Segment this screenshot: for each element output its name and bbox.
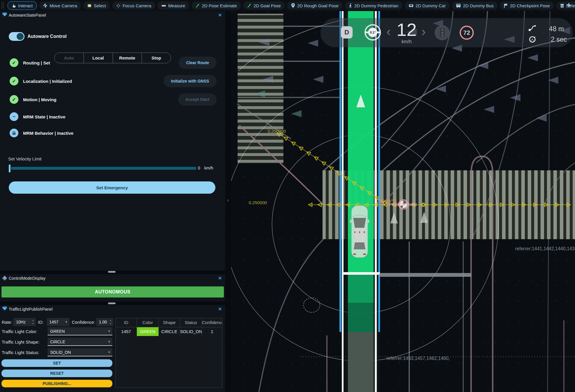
velocity-slider-handle[interactable] bbox=[9, 164, 11, 172]
mode-local[interactable]: Local bbox=[83, 53, 113, 63]
status-mrm-behavior: MRM Behavior | Inactive bbox=[10, 129, 74, 137]
traffic-light-icon bbox=[440, 28, 445, 37]
steering-wheel-icon: 0.1° bbox=[365, 24, 381, 41]
close-icon[interactable]: ✕ bbox=[218, 276, 222, 281]
add-tool-button[interactable]: + bbox=[564, 1, 573, 10]
panel-title: AutowareStatePanel bbox=[9, 13, 46, 18]
panel-title: TrafficLightPublishPanel bbox=[9, 307, 53, 312]
move-icon bbox=[43, 4, 48, 8]
ruler-icon bbox=[161, 4, 166, 8]
control-mode-badge: AUTONOMOUS bbox=[1, 286, 224, 298]
operation-mode-group: Auto Local Remote Stop bbox=[54, 52, 171, 63]
table-header-row: ID Color Shape Status Confidence bbox=[116, 318, 222, 327]
close-icon[interactable]: ✕ bbox=[218, 307, 222, 312]
tool-measure[interactable]: Measure bbox=[158, 1, 189, 10]
tool-label: Focus Camera bbox=[123, 3, 151, 8]
rate-spinbox[interactable]: 10Hz▲▼ bbox=[13, 318, 36, 326]
cost-label: 0.250000 bbox=[249, 200, 267, 205]
selection-box-icon bbox=[87, 4, 92, 8]
mode-stop[interactable]: Stop bbox=[142, 53, 171, 63]
bus-icon bbox=[456, 4, 461, 8]
panel-resize-handle[interactable] bbox=[108, 271, 116, 273]
spin-arrows-icon[interactable]: ▲▼ bbox=[31, 319, 35, 325]
display-diamond-icon bbox=[2, 276, 7, 281]
initialize-with-gnss-button[interactable]: Initialize with GNSS bbox=[163, 75, 217, 87]
tool-2d-dummy-bus[interactable]: 2D Dummy Bus bbox=[452, 1, 497, 10]
pedestrian-icon bbox=[349, 3, 352, 8]
tool-label: Move Camera bbox=[50, 3, 77, 8]
mode-auto[interactable]: Auto bbox=[55, 53, 83, 63]
check-icon: ✓ bbox=[10, 58, 18, 67]
panel-resize-handle[interactable] bbox=[108, 302, 116, 304]
status-mrm-state: − MRM State | Inactive bbox=[10, 112, 65, 121]
traffic-status-dropdown[interactable]: SOLID_ON▼ bbox=[48, 348, 112, 356]
tool-2d-dummy-car[interactable]: 2D Dummy Car bbox=[405, 1, 449, 10]
set-button[interactable]: SET bbox=[1, 359, 112, 367]
tool-label: 2D Goal Pose bbox=[254, 3, 281, 8]
confidence-spinbox[interactable]: 1.00▲▼ bbox=[96, 318, 113, 326]
cost-label: 0.250000 bbox=[268, 129, 286, 134]
rate-label: Rate: bbox=[2, 320, 12, 325]
traffic-color-dropdown[interactable]: GREEN▼ bbox=[48, 327, 112, 335]
clear-route-button[interactable]: Clear Route bbox=[179, 57, 217, 69]
pose-arrow-icon bbox=[247, 4, 252, 8]
trash-icon bbox=[560, 4, 564, 8]
tool-2d-pose-estimate[interactable]: 2D Pose Estimate bbox=[192, 1, 241, 10]
crosswalk-vertical bbox=[238, 14, 283, 163]
autoware-control-toggle[interactable] bbox=[9, 32, 25, 41]
autoware-panel-icon: w bbox=[2, 13, 7, 17]
status-motion: ✓ Motion | Moving bbox=[10, 95, 56, 104]
flag-icon bbox=[504, 4, 508, 8]
traffic-shape-label: Traffic Light Shape: bbox=[2, 340, 39, 344]
tool-label: 2D Checkpoint Pose bbox=[510, 3, 550, 8]
emergency-car-icon bbox=[10, 129, 18, 137]
publishing-button[interactable]: PUBLISHING... bbox=[1, 380, 112, 387]
status-localization: ✓ Localization | Initialized bbox=[10, 77, 72, 85]
gear-indicator: D bbox=[341, 26, 353, 38]
toolbar: Interact Move Camera Select Focus Camera… bbox=[0, 0, 575, 11]
spin-arrows-icon[interactable]: ▲▼ bbox=[109, 319, 112, 325]
tool-label: 2D Dummy Car bbox=[416, 3, 446, 8]
panel-title: ControlModeDisplay bbox=[9, 276, 46, 281]
scene-canvas bbox=[231, 11, 575, 392]
mode-remote[interactable]: Remote bbox=[113, 53, 142, 63]
object-class-label: PEDESTRIAN bbox=[389, 202, 417, 207]
minus-icon: − bbox=[10, 112, 18, 121]
reset-button[interactable]: RESET bbox=[1, 370, 112, 377]
velocity-slider-track[interactable] bbox=[11, 167, 196, 170]
chevron-down-icon: ▼ bbox=[65, 318, 68, 326]
tool-interact[interactable]: Interact bbox=[8, 1, 37, 10]
tool-move-camera[interactable]: Move Camera bbox=[39, 1, 81, 10]
ego-vehicle bbox=[350, 206, 369, 258]
panel-header: ControlModeDisplay ✕ bbox=[0, 274, 225, 282]
chevron-right-icon: › bbox=[421, 25, 426, 38]
traffic-shape-dropdown[interactable]: CIRCLE▼ bbox=[48, 338, 112, 346]
speed-limit-sign: 72 bbox=[460, 26, 474, 40]
toolbar-grip[interactable] bbox=[1, 2, 4, 9]
panel-header: w TrafficLightPublishPanel ✕ bbox=[0, 305, 225, 313]
accept-start-button[interactable]: Accept Start bbox=[178, 93, 217, 106]
tool-select[interactable]: Select bbox=[83, 1, 110, 10]
tool-label: 2D Dummy Bus bbox=[463, 3, 494, 8]
collapse-panel-icon[interactable]: ‹ bbox=[227, 197, 229, 203]
tool-2d-rough-goal-pose[interactable]: 2D Rough Goal Pose bbox=[287, 1, 342, 10]
remaining-distance: 48 m bbox=[529, 25, 564, 33]
tool-2d-dummy-pedestrian[interactable]: 2D Dummy Pedestrian bbox=[345, 1, 402, 10]
referrer-label: referrer:1441,1442,1440,143 bbox=[515, 246, 575, 251]
tool-focus-camera[interactable]: Focus Camera bbox=[112, 1, 155, 10]
set-emergency-button[interactable]: Set Emergency bbox=[9, 181, 215, 194]
table-row[interactable]: 1457 GREEN CIRCLE SOLID_ON 1 bbox=[116, 327, 222, 336]
traffic-color-label: Traffic Light Color: bbox=[2, 329, 37, 334]
velocity-value: 0 bbox=[198, 166, 200, 170]
chevron-down-icon: ▼ bbox=[108, 348, 111, 356]
close-icon[interactable]: ✕ bbox=[218, 13, 222, 18]
tool-2d-checkpoint-pose[interactable]: 2D Checkpoint Pose bbox=[500, 1, 554, 10]
tool-label: Measure bbox=[168, 3, 185, 8]
id-combobox[interactable]: 1457▼ bbox=[47, 318, 69, 326]
3d-viewport[interactable]: 0.250000 0.250000 0.0[m/s^2] PEDESTRIAN … bbox=[231, 11, 575, 392]
speed-unit: km/h bbox=[393, 39, 420, 44]
tool-2d-goal-pose[interactable]: 2D Goal Pose bbox=[243, 1, 285, 10]
time-gap: 2 sec bbox=[529, 36, 567, 43]
check-icon: ✓ bbox=[10, 95, 18, 104]
tool-label: Interact bbox=[18, 3, 33, 8]
